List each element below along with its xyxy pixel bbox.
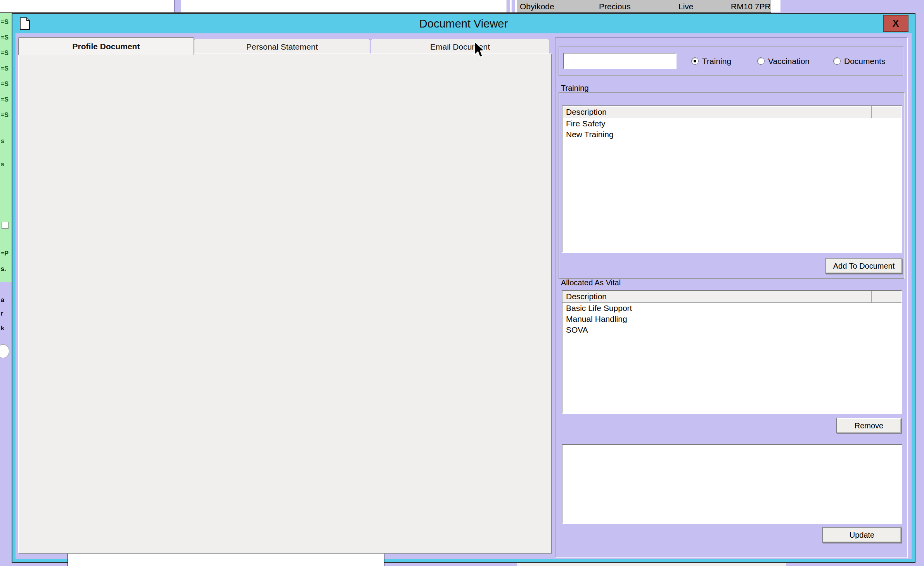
- screen: Obyikode Precious Live RM10 7PR =S=S=S=S…: [0, 0, 924, 566]
- dialog-client-area: Profile DocumentPersonal StatementEmail …: [16, 33, 912, 559]
- tab-profile-document[interactable]: Profile Document: [18, 37, 194, 55]
- description-column-header[interactable]: Description: [562, 106, 872, 118]
- background-text-fragment: s: [1, 138, 4, 145]
- empty-column-header[interactable]: [872, 291, 902, 302]
- background-window-gap: [771, 0, 780, 12]
- background-text-fragment: k: [1, 325, 4, 332]
- empty-column-header[interactable]: [872, 106, 902, 118]
- background-cell: Obyikode: [520, 2, 554, 11]
- remove-button[interactable]: Remove: [836, 418, 902, 433]
- mouse-cursor: [474, 42, 487, 59]
- window-title: Document Viewer: [12, 17, 915, 30]
- notes-box[interactable]: [562, 444, 902, 524]
- background-text-fragment: a: [1, 297, 4, 304]
- tab-email-document[interactable]: Email Document: [371, 39, 549, 54]
- tab-personal-statement[interactable]: Personal Statement: [194, 39, 370, 54]
- list-header[interactable]: Description: [562, 291, 902, 303]
- description-column-header[interactable]: Description: [562, 291, 872, 302]
- background-divider: [174, 0, 181, 12]
- background-text-fragment: s: [1, 161, 4, 168]
- background-text-fragment: =S: [1, 96, 9, 103]
- background-text-fragment: =P: [1, 250, 9, 257]
- background-window-top: [0, 0, 517, 13]
- radio-training[interactable]: [691, 57, 699, 65]
- background-text-fragment: =S: [1, 34, 9, 41]
- document-viewer-window: Document Viewer X Profile DocumentPerson…: [12, 13, 915, 563]
- training-list-body: Fire SafetyNew Training: [562, 118, 902, 140]
- background-cell: Precious: [599, 2, 631, 11]
- background-divider: [512, 0, 515, 12]
- profile-document-tabpage: [18, 53, 552, 554]
- background-oval-sliver: [0, 344, 9, 358]
- background-cell: Live: [678, 2, 694, 11]
- list-item[interactable]: Basic Life Support: [562, 303, 902, 314]
- add-to-document-button[interactable]: Add To Document: [825, 258, 902, 274]
- background-text-fragment: r: [1, 310, 3, 317]
- search-input[interactable]: [563, 53, 677, 69]
- background-divider: [507, 0, 510, 12]
- list-item[interactable]: New Training: [562, 129, 902, 140]
- training-group-label: Training: [561, 84, 589, 93]
- background-text-fragment: =S: [1, 81, 9, 88]
- background-text-fragment: =S: [1, 50, 9, 57]
- background-cell: RM10 7PR: [731, 2, 771, 11]
- background-text-fragment: =S: [1, 112, 9, 119]
- list-header[interactable]: Description: [562, 106, 902, 118]
- background-text-fragment: =S: [1, 65, 9, 72]
- vital-listview[interactable]: Description Basic Life SupportManual Han…: [562, 290, 902, 414]
- radio-label: Documents: [844, 57, 885, 66]
- vital-list-body: Basic Life SupportManual HandlingSOVA: [562, 303, 902, 335]
- radio-label: Vaccination: [768, 57, 810, 66]
- allocated-as-vital-label: Allocated As Vital: [561, 278, 621, 287]
- training-listview[interactable]: Description Fire SafetyNew Training: [562, 105, 902, 253]
- update-button[interactable]: Update: [822, 527, 902, 543]
- titlebar[interactable]: Document Viewer X: [12, 14, 915, 33]
- radio-label: Training: [702, 57, 731, 66]
- background-table-row: Obyikode Precious Live RM10 7PR: [517, 0, 771, 13]
- list-item[interactable]: Manual Handling: [562, 314, 902, 324]
- list-item[interactable]: SOVA: [562, 324, 902, 335]
- background-text-fragment: s.: [1, 266, 6, 273]
- list-item[interactable]: Fire Safety: [562, 118, 902, 129]
- background-window-bottom: [517, 563, 786, 566]
- background-text-fragment: =S: [1, 19, 9, 26]
- radio-vaccination[interactable]: [757, 57, 765, 65]
- close-button[interactable]: X: [883, 15, 908, 32]
- close-icon: X: [893, 18, 899, 29]
- background-checkbox-sliver: [2, 222, 9, 229]
- radio-documents[interactable]: [833, 57, 841, 65]
